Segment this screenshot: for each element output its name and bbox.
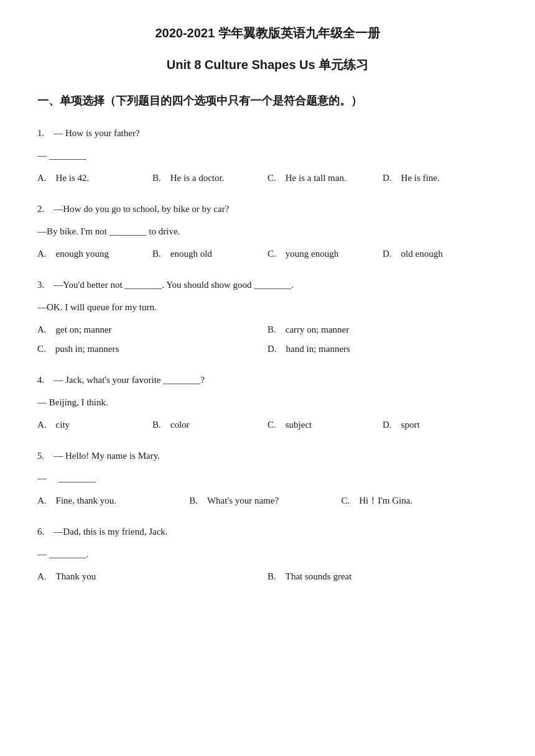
q4-optB: B. color bbox=[152, 417, 268, 433]
q2-stem: 2. —How do you go to school, by bike or … bbox=[37, 201, 498, 218]
q2-optB: B. enough old bbox=[152, 246, 268, 262]
q6-optA: A. Thank you bbox=[37, 568, 268, 585]
q5-blank: — ________ bbox=[37, 471, 498, 487]
q1-blank: — ________ bbox=[37, 148, 498, 164]
q1-optD: D. He is fine. bbox=[383, 170, 498, 187]
q4-options: A. city B. color C. subject D. sport bbox=[37, 417, 498, 433]
main-title: 2020-2021 学年翼教版英语九年级全一册 bbox=[37, 25, 498, 42]
q1-stem: 1. — How is your father? bbox=[37, 126, 498, 142]
question-4: 4. — Jack, what's your favorite ________… bbox=[37, 372, 498, 433]
q3-optC: C. push in; manners bbox=[37, 341, 268, 357]
q1-optB: B. He is a doctor. bbox=[152, 170, 268, 187]
q2-options: A. enough young B. enough old C. young e… bbox=[37, 246, 498, 262]
q5-stem: 5. — Hello! My name is Mary. bbox=[37, 448, 498, 464]
q3-stem: 3. —You'd better not ________. You shoul… bbox=[37, 277, 498, 293]
section1-title: 一、单项选择（下列题目的四个选项中只有一个是符合题意的。） bbox=[37, 93, 498, 108]
q3-optD: D. hand in; manners bbox=[268, 341, 498, 357]
q6-stem: 6. —Dad, this is my friend, Jack. bbox=[37, 524, 498, 540]
q5-optA: A. Fine, thank you. bbox=[37, 492, 189, 509]
question-2: 2. —How do you go to school, by bike or … bbox=[37, 201, 498, 262]
q6-options: A. Thank you B. That sounds great bbox=[37, 568, 498, 585]
q2-optA: A. enough young bbox=[37, 246, 152, 262]
q1-options: A. He is 42. B. He is a doctor. C. He is… bbox=[37, 170, 498, 187]
q5-optB: B. What's your name? bbox=[189, 492, 341, 509]
q4-optA: A. city bbox=[37, 417, 152, 433]
sub-title: Unit 8 Culture Shapes Us 单元练习 bbox=[37, 57, 498, 73]
q6-optB: B. That sounds great bbox=[268, 568, 498, 585]
q5-options: A. Fine, thank you. B. What's your name?… bbox=[37, 492, 498, 509]
question-5: 5. — Hello! My name is Mary. — ________ … bbox=[37, 448, 498, 509]
q1-optC: C. He is a tall man. bbox=[268, 170, 383, 187]
q1-optA: A. He is 42. bbox=[37, 170, 152, 187]
question-6: 6. —Dad, this is my friend, Jack. — ____… bbox=[37, 524, 498, 585]
q4-blank: — Beijing, I think. bbox=[37, 395, 498, 411]
q3-options: A. get on; manner B. carry on; manner C.… bbox=[37, 321, 498, 357]
q2-blank: —By bike. I'm not ________ to drive. bbox=[37, 224, 498, 240]
q3-optB: B. carry on; manner bbox=[268, 321, 498, 338]
q2-optC: C. young enough bbox=[268, 246, 383, 262]
q5-optC: C. Hi！I'm Gina. bbox=[341, 492, 493, 509]
q4-optC: C. subject bbox=[268, 417, 383, 433]
question-1: 1. — How is your father? — ________ A. H… bbox=[37, 126, 498, 187]
q6-blank: — ________. bbox=[37, 546, 498, 563]
question-3: 3. —You'd better not ________. You shoul… bbox=[37, 277, 498, 357]
q2-optD: D. old enough bbox=[383, 246, 498, 262]
q3-blank: —OK. I will queue for my turn. bbox=[37, 300, 498, 316]
q4-stem: 4. — Jack, what's your favorite ________… bbox=[37, 372, 498, 389]
q3-optA: A. get on; manner bbox=[37, 321, 268, 338]
q4-optD: D. sport bbox=[383, 417, 498, 433]
